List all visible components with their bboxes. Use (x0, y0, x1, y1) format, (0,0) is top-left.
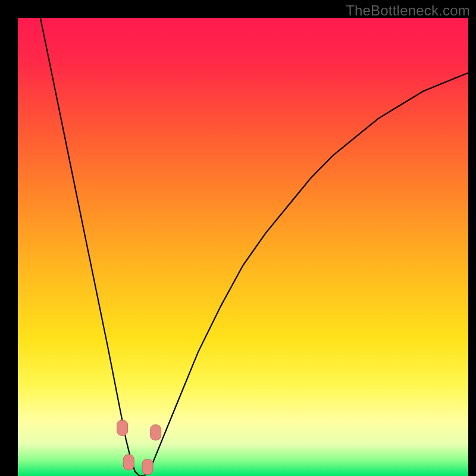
curve-marker (123, 455, 134, 470)
watermark-text: TheBottleneck.com (346, 2, 470, 19)
bottleneck-plot (18, 18, 468, 476)
plot-frame (18, 18, 468, 476)
curve-marker (142, 459, 153, 475)
curve-marker (151, 425, 161, 440)
curve-marker (117, 420, 128, 436)
gradient-background (18, 18, 468, 476)
